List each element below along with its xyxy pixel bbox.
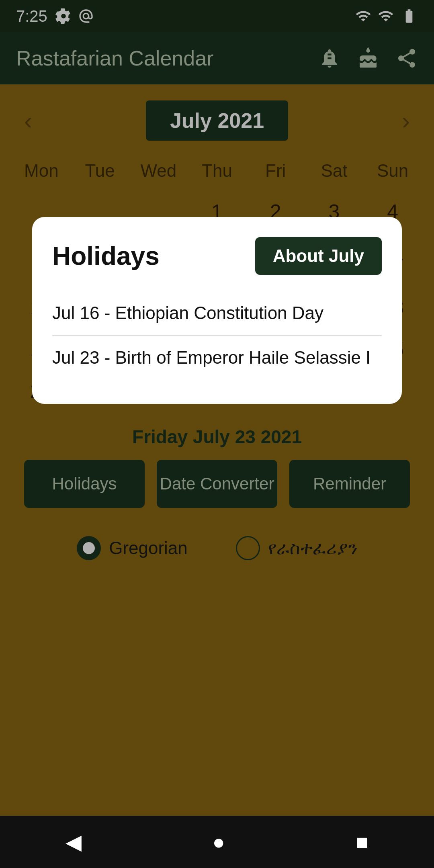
navigation-bar: ◀ ● ■ bbox=[0, 816, 434, 868]
back-button[interactable]: ◀ bbox=[41, 822, 106, 862]
modal-overlay: Holidays About July Jul 16 - Ethiopian C… bbox=[0, 0, 434, 868]
about-july-button[interactable]: About July bbox=[255, 237, 382, 275]
holidays-modal: Holidays About July Jul 16 - Ethiopian C… bbox=[32, 217, 402, 404]
recents-button[interactable]: ■ bbox=[332, 822, 393, 862]
modal-header: Holidays About July bbox=[52, 237, 382, 275]
home-button[interactable]: ● bbox=[188, 822, 249, 862]
holiday-2: Jul 23 - Birth of Emperor Haile Selassie… bbox=[52, 336, 382, 380]
modal-title: Holidays bbox=[52, 241, 160, 271]
holiday-1: Jul 16 - Ethiopian Constitution Day bbox=[52, 291, 382, 335]
